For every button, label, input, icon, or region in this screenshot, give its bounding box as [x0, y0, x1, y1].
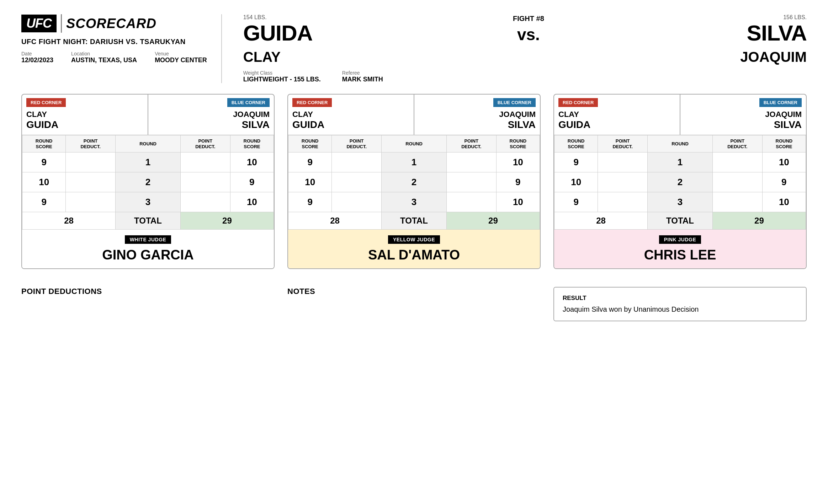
table-row: 9 3 10: [22, 192, 274, 212]
bottom-result: RESULT Joaquim Silva won by Unanimous De…: [553, 287, 807, 321]
result-text: Joaquim Silva won by Unanimous Decision: [563, 305, 797, 313]
event-date: 12/02/2023: [21, 57, 53, 64]
yellow-blue-name: JOAQUIM SILVA: [414, 109, 540, 135]
yellow-total-label: TOTAL: [382, 212, 447, 230]
venue-label: Venue: [155, 51, 207, 57]
white-r3-red: 9: [22, 192, 66, 212]
white-r1-blue-ded: [180, 152, 230, 172]
pink-r3-red: 9: [554, 192, 598, 212]
pink-blue-name: JOAQUIM SILVA: [680, 109, 806, 135]
event-venue-item: Venue MOODY CENTER: [155, 51, 207, 64]
yellow-r2-blue-ded: [446, 172, 496, 192]
pink-judge-badge: PINK JUDGE: [659, 235, 701, 244]
event-name: UFC FIGHT NIGHT: DARIUSH VS. TSARUKYAN: [21, 38, 207, 46]
red-fighter-block: 154 LBS. GUIDA: [243, 14, 479, 44]
sc-white-blue-area: BLUE CORNER JOAQUIM SILVA: [148, 95, 274, 135]
table-row: 9 1 10: [554, 152, 806, 172]
pink-r2-blue: 9: [762, 172, 806, 192]
pink-r3-red-ded: [598, 192, 648, 212]
th-point-deduct2-w: POINTDEDUCT.: [180, 135, 230, 152]
yellow-r2-num: 2: [382, 172, 447, 192]
white-judge-footer: WHITE JUDGE GINO GARCIA: [22, 230, 274, 268]
red-corner-tag-yellow: RED CORNER: [292, 98, 332, 107]
referee-item: Referee MARK SMITH: [342, 70, 383, 83]
yellow-judge-badge: YELLOW JUDGE: [388, 235, 440, 244]
th-point-deduct-p: POINTDEDUCT.: [598, 135, 648, 152]
table-row: 9 3 10: [288, 192, 540, 212]
pink-red-name: CLAY GUIDA: [554, 109, 680, 135]
th-point-deduct2-y: POINTDEDUCT.: [446, 135, 496, 152]
th-point-deduct-y: POINTDEDUCT.: [332, 135, 382, 152]
weight-class-item: Weight Class LIGHTWEIGHT - 155 LBS.: [243, 70, 321, 83]
bottom-section: POINT DEDUCTIONS NOTES RESULT Joaquim Si…: [21, 287, 807, 321]
ufc-logo: UFC: [21, 15, 57, 32]
th-round-y: ROUND: [382, 135, 447, 152]
th-round-score2-y: ROUNDSCORE: [496, 135, 540, 152]
white-r2-num: 2: [116, 172, 181, 192]
yellow-r3-blue-ded: [446, 192, 496, 212]
th-round-w: ROUND: [116, 135, 181, 152]
bottom-point-deductions: POINT DEDUCTIONS: [21, 287, 275, 302]
scorecards-row: RED CORNER CLAY GUIDA BLUE CORNER JOAQUI…: [21, 94, 807, 269]
th-round-score-w: ROUNDSCORE: [22, 135, 66, 152]
pink-total-row: 28 TOTAL 29: [554, 212, 806, 230]
white-r1-red: 9: [22, 152, 66, 172]
pink-r3-blue: 10: [762, 192, 806, 212]
white-r3-blue: 10: [230, 192, 274, 212]
red-corner-tag-white: RED CORNER: [26, 98, 66, 107]
white-score-table: ROUNDSCORE POINTDEDUCT. ROUND POINTDEDUC…: [22, 135, 274, 230]
white-r1-blue: 10: [230, 152, 274, 172]
white-judge-badge: WHITE JUDGE: [125, 235, 171, 244]
bottom-notes: NOTES: [287, 287, 541, 302]
th-round-score-y: ROUNDSCORE: [288, 135, 332, 152]
table-row: 10 2 9: [22, 172, 274, 192]
table-row: 9 1 10: [288, 152, 540, 172]
table-row: 9 3 10: [554, 192, 806, 212]
white-total-row: 28 TOTAL 29: [22, 212, 274, 230]
th-round-score2-w: ROUNDSCORE: [230, 135, 274, 152]
pink-r1-red: 9: [554, 152, 598, 172]
yellow-r3-num: 3: [382, 192, 447, 212]
point-deductions-title: POINT DEDUCTIONS: [21, 287, 275, 296]
ufc-logo-area: UFC SCORECARD: [21, 14, 207, 33]
pink-r2-num: 2: [648, 172, 713, 192]
blue-corner-tag-white: BLUE CORNER: [227, 98, 270, 107]
th-point-deduct2-p: POINTDEDUCT.: [712, 135, 762, 152]
table-row: 9 1 10: [22, 152, 274, 172]
yellow-red-total: 28: [288, 212, 382, 230]
white-r2-blue-ded: [180, 172, 230, 192]
scorecard-title: SCORECARD: [66, 16, 156, 31]
yellow-r3-blue: 10: [496, 192, 540, 212]
notes-title: NOTES: [287, 287, 541, 296]
vs-text: vs.: [507, 25, 550, 44]
blue-fighter-block: 156 LBS. SILVA: [571, 14, 807, 44]
result-title: RESULT: [563, 295, 797, 302]
event-date-item: Date 12/02/2023: [21, 51, 53, 64]
location-label: Location: [71, 51, 137, 57]
fight-name-row: CLAY JOAQUIM: [243, 49, 807, 65]
red-fighter-name: GUIDA: [243, 22, 479, 44]
pink-r1-red-ded: [598, 152, 648, 172]
white-r1-num: 1: [116, 152, 181, 172]
sc-white-top: RED CORNER CLAY GUIDA BLUE CORNER JOAQUI…: [22, 95, 274, 135]
yellow-r3-red: 9: [288, 192, 332, 212]
yellow-r2-red-ded: [332, 172, 382, 192]
sc-pink-red-area: RED CORNER CLAY GUIDA: [554, 95, 680, 135]
blue-first-name-block: JOAQUIM: [571, 49, 807, 65]
pink-r1-num: 1: [648, 152, 713, 172]
fight-top-row: 154 LBS. GUIDA FIGHT #8 vs. 156 LBS. SIL…: [243, 14, 807, 44]
yellow-r3-red-ded: [332, 192, 382, 212]
table-row: 10 2 9: [288, 172, 540, 192]
white-red-total: 28: [22, 212, 116, 230]
date-label: Date: [21, 51, 53, 57]
th-point-deduct-w: POINTDEDUCT.: [66, 135, 116, 152]
white-r3-red-ded: [66, 192, 116, 212]
header-right: 154 LBS. GUIDA FIGHT #8 vs. 156 LBS. SIL…: [222, 14, 807, 83]
pink-judge-name: CHRIS LEE: [560, 247, 800, 263]
scorecard-white: RED CORNER CLAY GUIDA BLUE CORNER JOAQUI…: [21, 94, 275, 269]
red-corner-tag-pink: RED CORNER: [558, 98, 598, 107]
event-location: AUSTIN, TEXAS, USA: [71, 57, 137, 64]
blue-fighter-weight: 156 LBS.: [571, 14, 807, 21]
weight-class-value: LIGHTWEIGHT - 155 LBS.: [243, 76, 321, 83]
yellow-r1-red-ded: [332, 152, 382, 172]
